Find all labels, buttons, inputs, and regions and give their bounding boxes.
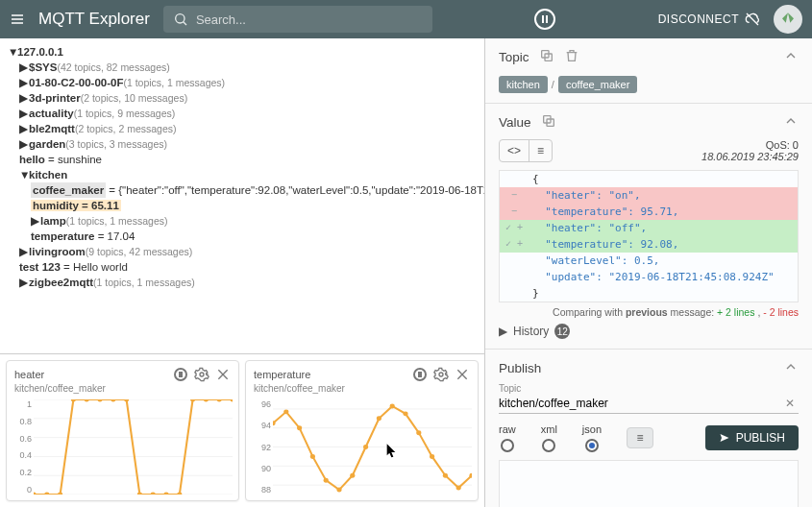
svg-point-16: [137, 493, 142, 495]
hamburger-icon[interactable]: [10, 12, 25, 27]
list-view-icon[interactable]: ≡: [529, 140, 552, 161]
history-toggle[interactable]: ▶ History 12: [499, 324, 799, 339]
svg-point-1: [200, 373, 204, 376]
appbar: MQTT Explorer DISCONNECT: [0, 0, 812, 38]
value-diff: { − "heater": "on", − "temperature": 95.…: [499, 170, 799, 302]
tree-node-kitchen[interactable]: kitchen: [29, 169, 67, 181]
qos-label: QoS: 0: [701, 139, 799, 151]
chart-temperature: temperature kitchen/coffee_maker 9694929…: [245, 360, 479, 501]
topic-breadcrumb: kitchen / coffee_maker: [499, 76, 799, 93]
topic-section: Topic kitchen / coffee_maker: [485, 38, 812, 104]
publish-section: Publish Topic ✕ raw xml json ≡ PUBLI: [485, 350, 812, 507]
tree-root[interactable]: 127.0.0.1: [17, 46, 63, 58]
gear-icon[interactable]: [194, 367, 209, 382]
svg-point-9: [44, 493, 49, 495]
tree-node[interactable]: garden: [29, 138, 65, 150]
pause-button[interactable]: [534, 9, 555, 30]
svg-point-24: [439, 373, 443, 376]
svg-point-33: [310, 454, 315, 459]
svg-point-15: [124, 399, 129, 401]
search-icon: [173, 12, 188, 27]
svg-point-10: [58, 493, 62, 495]
svg-point-36: [350, 473, 355, 478]
publish-payload-editor[interactable]: [499, 460, 799, 507]
chart-title: heater: [14, 369, 44, 380]
code-view-icon[interactable]: <>: [500, 140, 529, 161]
chart-heater: heater kitchen/coffee_maker 10.80.60.40.…: [6, 360, 239, 501]
timestamp-label: 18.06.2019 23:45:29: [701, 151, 799, 162]
trash-icon[interactable]: [564, 48, 579, 66]
svg-point-31: [283, 409, 288, 414]
tree-node[interactable]: 01-80-C2-00-00-0F: [29, 77, 123, 88]
topic-tree[interactable]: ▼127.0.0.1 ▶$SYS(42 topics, 82 messages)…: [0, 38, 484, 353]
tree-node[interactable]: temperature: [31, 230, 94, 242]
tree-node[interactable]: hello: [19, 154, 45, 165]
format-json[interactable]: json: [582, 423, 602, 452]
view-mode-toggle[interactable]: <> ≡: [499, 139, 553, 162]
tree-node[interactable]: test 123: [19, 261, 61, 273]
chart-title: temperature: [254, 369, 310, 380]
copy-icon[interactable]: [541, 113, 556, 132]
field-label: Topic: [499, 383, 799, 394]
svg-point-21: [204, 399, 209, 401]
search-input-wrap[interactable]: [163, 6, 432, 33]
tree-node[interactable]: 3d-printer: [29, 92, 81, 104]
publish-topic-input[interactable]: [499, 397, 781, 410]
tree-node-humidity[interactable]: humidity: [33, 200, 79, 211]
section-title: Value: [499, 115, 531, 130]
search-input[interactable]: [196, 12, 423, 27]
svg-point-8: [34, 493, 37, 495]
svg-point-43: [443, 473, 448, 478]
svg-point-44: [456, 486, 461, 491]
chart-pause-icon[interactable]: [173, 367, 188, 382]
chevron-up-icon[interactable]: [783, 48, 799, 66]
value-section: Value <> ≡ QoS: 0 18.06.2019 23:45:29 { …: [485, 104, 812, 350]
close-icon[interactable]: [455, 367, 470, 382]
tree-node[interactable]: zigbee2mqtt: [29, 277, 93, 288]
clear-icon[interactable]: ✕: [781, 397, 799, 410]
tree-node[interactable]: ble2mqtt: [29, 123, 75, 134]
svg-point-17: [151, 493, 156, 495]
chart-subtitle: kitchen/coffee_maker: [254, 383, 470, 394]
format-options-icon[interactable]: ≡: [627, 427, 653, 448]
chart-subtitle: kitchen/coffee_maker: [14, 383, 231, 394]
tree-node[interactable]: livingroom: [29, 246, 86, 257]
chevron-up-icon[interactable]: [783, 113, 799, 132]
format-xml[interactable]: xml: [541, 423, 557, 452]
tree-node[interactable]: $SYS: [29, 61, 57, 73]
svg-point-34: [324, 478, 329, 483]
svg-point-32: [297, 425, 302, 430]
svg-point-12: [85, 399, 89, 401]
svg-point-38: [377, 416, 381, 421]
tree-node[interactable]: actuality: [29, 108, 74, 119]
svg-point-11: [71, 399, 76, 401]
avatar[interactable]: [774, 5, 802, 34]
svg-point-20: [190, 399, 195, 401]
chart-pause-icon[interactable]: [412, 367, 428, 382]
breadcrumb-item[interactable]: coffee_maker: [558, 76, 637, 93]
tree-node-coffee_maker[interactable]: coffee_maker: [31, 182, 106, 198]
section-title: Publish: [499, 361, 541, 375]
svg-point-13: [97, 399, 102, 401]
breadcrumb-item[interactable]: kitchen: [499, 76, 548, 93]
gear-icon[interactable]: [433, 367, 449, 382]
compare-summary: Comparing with previous message: + 2 lin…: [499, 302, 799, 318]
svg-point-42: [430, 454, 434, 459]
copy-icon[interactable]: [539, 48, 554, 66]
section-title: Topic: [499, 50, 529, 64]
close-icon[interactable]: [215, 367, 231, 382]
svg-point-39: [390, 403, 395, 408]
chevron-up-icon[interactable]: [783, 359, 799, 377]
history-count-badge: 12: [554, 324, 570, 339]
svg-point-18: [163, 493, 168, 495]
svg-point-40: [403, 411, 407, 416]
svg-point-19: [177, 493, 182, 495]
svg-point-22: [217, 399, 222, 401]
svg-point-37: [363, 445, 368, 449]
chevron-right-icon: ▶: [499, 325, 507, 338]
disconnect-button[interactable]: DISCONNECT: [658, 12, 760, 27]
format-raw[interactable]: raw: [499, 423, 516, 452]
publish-button[interactable]: PUBLISH: [705, 425, 799, 450]
tree-node[interactable]: lamp: [40, 215, 66, 227]
charts-panel: heater kitchen/coffee_maker 10.80.60.40.…: [0, 353, 484, 507]
